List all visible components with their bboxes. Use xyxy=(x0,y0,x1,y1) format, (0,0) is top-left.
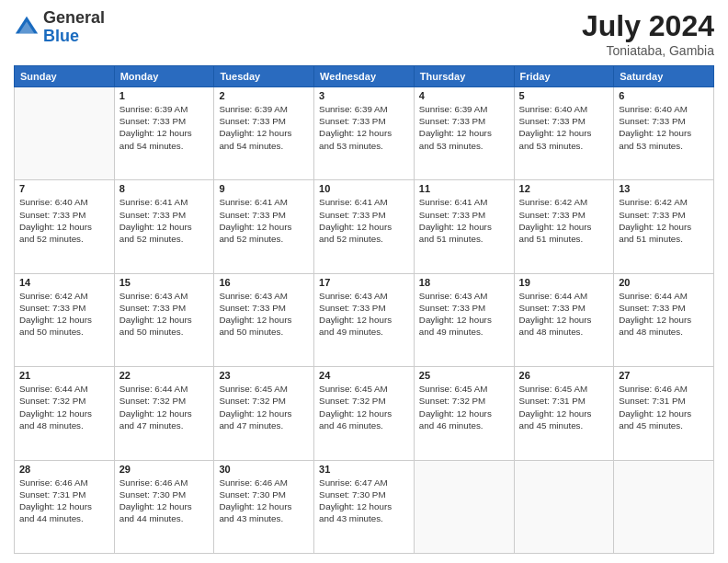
calendar-cell: 18Sunrise: 6:43 AMSunset: 7:33 PMDayligh… xyxy=(414,273,514,366)
day-number: 6 xyxy=(619,90,709,101)
logo-icon xyxy=(14,15,40,40)
calendar-cell: 19Sunrise: 6:44 AMSunset: 7:33 PMDayligh… xyxy=(514,273,614,366)
logo: General Blue xyxy=(14,9,105,46)
header-row: Sunday Monday Tuesday Wednesday Thursday… xyxy=(15,66,714,87)
day-info: Sunrise: 6:39 AMSunset: 7:33 PMDaylight:… xyxy=(119,103,210,152)
calendar-cell: 7Sunrise: 6:40 AMSunset: 7:33 PMDaylight… xyxy=(15,180,115,273)
day-info: Sunrise: 6:41 AMSunset: 7:33 PMDaylight:… xyxy=(419,196,509,245)
calendar-cell: 3Sunrise: 6:39 AMSunset: 7:33 PMDaylight… xyxy=(314,87,415,180)
day-info: Sunrise: 6:41 AMSunset: 7:33 PMDaylight:… xyxy=(319,196,409,245)
day-info: Sunrise: 6:39 AMSunset: 7:33 PMDaylight:… xyxy=(219,103,309,152)
calendar-cell: 26Sunrise: 6:45 AMSunset: 7:31 PMDayligh… xyxy=(514,367,614,460)
calendar-cell: 27Sunrise: 6:46 AMSunset: 7:31 PMDayligh… xyxy=(614,367,714,460)
calendar-cell: 22Sunrise: 6:44 AMSunset: 7:32 PMDayligh… xyxy=(114,367,214,460)
col-monday: Monday xyxy=(114,66,214,87)
day-info: Sunrise: 6:43 AMSunset: 7:33 PMDaylight:… xyxy=(319,290,409,339)
day-number: 2 xyxy=(219,90,309,101)
day-number: 16 xyxy=(219,277,309,288)
calendar-cell: 31Sunrise: 6:47 AMSunset: 7:30 PMDayligh… xyxy=(314,460,415,553)
col-wednesday: Wednesday xyxy=(314,66,415,87)
day-info: Sunrise: 6:44 AMSunset: 7:32 PMDaylight:… xyxy=(119,383,210,431)
calendar-cell: 15Sunrise: 6:43 AMSunset: 7:33 PMDayligh… xyxy=(114,273,214,366)
day-number: 12 xyxy=(519,183,609,194)
calendar-week-1: 1Sunrise: 6:39 AMSunset: 7:33 PMDaylight… xyxy=(15,87,714,180)
calendar-cell: 21Sunrise: 6:44 AMSunset: 7:32 PMDayligh… xyxy=(15,367,115,460)
col-thursday: Thursday xyxy=(414,66,514,87)
day-info: Sunrise: 6:40 AMSunset: 7:33 PMDaylight:… xyxy=(519,103,609,152)
day-number: 26 xyxy=(519,370,609,381)
day-info: Sunrise: 6:42 AMSunset: 7:33 PMDaylight:… xyxy=(619,196,709,245)
day-info: Sunrise: 6:46 AMSunset: 7:31 PMDaylight:… xyxy=(19,477,109,525)
day-info: Sunrise: 6:45 AMSunset: 7:32 PMDaylight:… xyxy=(219,383,309,431)
day-number: 21 xyxy=(19,370,109,381)
day-info: Sunrise: 6:43 AMSunset: 7:33 PMDaylight:… xyxy=(419,290,509,339)
col-tuesday: Tuesday xyxy=(214,66,314,87)
day-info: Sunrise: 6:45 AMSunset: 7:32 PMDaylight:… xyxy=(319,383,409,431)
col-friday: Friday xyxy=(514,66,614,87)
calendar-cell: 6Sunrise: 6:40 AMSunset: 7:33 PMDaylight… xyxy=(614,87,714,180)
calendar-cell: 11Sunrise: 6:41 AMSunset: 7:33 PMDayligh… xyxy=(414,180,514,273)
title-block: July 2024 Toniataba, Gambia xyxy=(582,9,714,58)
calendar-cell: 8Sunrise: 6:41 AMSunset: 7:33 PMDaylight… xyxy=(114,180,214,273)
calendar-cell: 2Sunrise: 6:39 AMSunset: 7:33 PMDaylight… xyxy=(214,87,314,180)
day-number: 30 xyxy=(219,464,309,475)
col-saturday: Saturday xyxy=(614,66,714,87)
day-number: 24 xyxy=(319,370,409,381)
calendar-week-4: 21Sunrise: 6:44 AMSunset: 7:32 PMDayligh… xyxy=(15,367,714,460)
day-info: Sunrise: 6:46 AMSunset: 7:30 PMDaylight:… xyxy=(119,477,210,525)
calendar-cell: 1Sunrise: 6:39 AMSunset: 7:33 PMDaylight… xyxy=(114,87,214,180)
logo-blue: Blue xyxy=(43,28,105,46)
day-number: 22 xyxy=(119,370,210,381)
day-number: 11 xyxy=(419,183,509,194)
day-info: Sunrise: 6:46 AMSunset: 7:31 PMDaylight:… xyxy=(619,383,709,431)
calendar-cell: 17Sunrise: 6:43 AMSunset: 7:33 PMDayligh… xyxy=(314,273,415,366)
calendar-cell: 16Sunrise: 6:43 AMSunset: 7:33 PMDayligh… xyxy=(214,273,314,366)
day-number: 7 xyxy=(19,183,109,194)
calendar-week-2: 7Sunrise: 6:40 AMSunset: 7:33 PMDaylight… xyxy=(15,180,714,273)
calendar-cell: 10Sunrise: 6:41 AMSunset: 7:33 PMDayligh… xyxy=(314,180,415,273)
day-info: Sunrise: 6:41 AMSunset: 7:33 PMDaylight:… xyxy=(119,196,210,245)
title-location: Toniataba, Gambia xyxy=(582,43,714,58)
day-info: Sunrise: 6:44 AMSunset: 7:33 PMDaylight:… xyxy=(519,290,609,339)
day-number: 5 xyxy=(519,90,609,101)
calendar-table: Sunday Monday Tuesday Wednesday Thursday… xyxy=(14,65,714,554)
day-number: 8 xyxy=(119,183,210,194)
day-info: Sunrise: 6:42 AMSunset: 7:33 PMDaylight:… xyxy=(19,290,109,339)
day-number: 1 xyxy=(119,90,210,101)
calendar-cell xyxy=(614,460,714,553)
calendar-cell: 28Sunrise: 6:46 AMSunset: 7:31 PMDayligh… xyxy=(15,460,115,553)
calendar-cell xyxy=(414,460,514,553)
logo-general: General xyxy=(43,9,105,28)
day-number: 28 xyxy=(19,464,109,475)
day-info: Sunrise: 6:41 AMSunset: 7:33 PMDaylight:… xyxy=(219,196,309,245)
day-info: Sunrise: 6:44 AMSunset: 7:32 PMDaylight:… xyxy=(19,383,109,431)
day-number: 14 xyxy=(19,277,109,288)
day-info: Sunrise: 6:43 AMSunset: 7:33 PMDaylight:… xyxy=(219,290,309,339)
calendar-cell xyxy=(514,460,614,553)
calendar-cell xyxy=(15,87,115,180)
day-number: 19 xyxy=(519,277,609,288)
calendar-cell: 9Sunrise: 6:41 AMSunset: 7:33 PMDaylight… xyxy=(214,180,314,273)
title-month: July 2024 xyxy=(582,9,714,43)
day-number: 4 xyxy=(419,90,509,101)
calendar-cell: 20Sunrise: 6:44 AMSunset: 7:33 PMDayligh… xyxy=(614,273,714,366)
day-info: Sunrise: 6:45 AMSunset: 7:31 PMDaylight:… xyxy=(519,383,609,431)
calendar-cell: 5Sunrise: 6:40 AMSunset: 7:33 PMDaylight… xyxy=(514,87,614,180)
calendar-cell: 14Sunrise: 6:42 AMSunset: 7:33 PMDayligh… xyxy=(15,273,115,366)
col-sunday: Sunday xyxy=(15,66,115,87)
calendar-cell: 25Sunrise: 6:45 AMSunset: 7:32 PMDayligh… xyxy=(414,367,514,460)
day-info: Sunrise: 6:39 AMSunset: 7:33 PMDaylight:… xyxy=(319,103,409,152)
day-info: Sunrise: 6:39 AMSunset: 7:33 PMDaylight:… xyxy=(419,103,509,152)
calendar-cell: 13Sunrise: 6:42 AMSunset: 7:33 PMDayligh… xyxy=(614,180,714,273)
day-number: 15 xyxy=(119,277,210,288)
calendar-cell: 23Sunrise: 6:45 AMSunset: 7:32 PMDayligh… xyxy=(214,367,314,460)
day-info: Sunrise: 6:40 AMSunset: 7:33 PMDaylight:… xyxy=(619,103,709,152)
day-info: Sunrise: 6:40 AMSunset: 7:33 PMDaylight:… xyxy=(19,196,109,245)
header: General Blue July 2024 Toniataba, Gambia xyxy=(14,9,714,58)
calendar-week-5: 28Sunrise: 6:46 AMSunset: 7:31 PMDayligh… xyxy=(15,460,714,553)
calendar-cell: 4Sunrise: 6:39 AMSunset: 7:33 PMDaylight… xyxy=(414,87,514,180)
calendar-cell: 24Sunrise: 6:45 AMSunset: 7:32 PMDayligh… xyxy=(314,367,415,460)
page: General Blue July 2024 Toniataba, Gambia… xyxy=(0,0,728,563)
day-info: Sunrise: 6:43 AMSunset: 7:33 PMDaylight:… xyxy=(119,290,210,339)
day-info: Sunrise: 6:45 AMSunset: 7:32 PMDaylight:… xyxy=(419,383,509,431)
